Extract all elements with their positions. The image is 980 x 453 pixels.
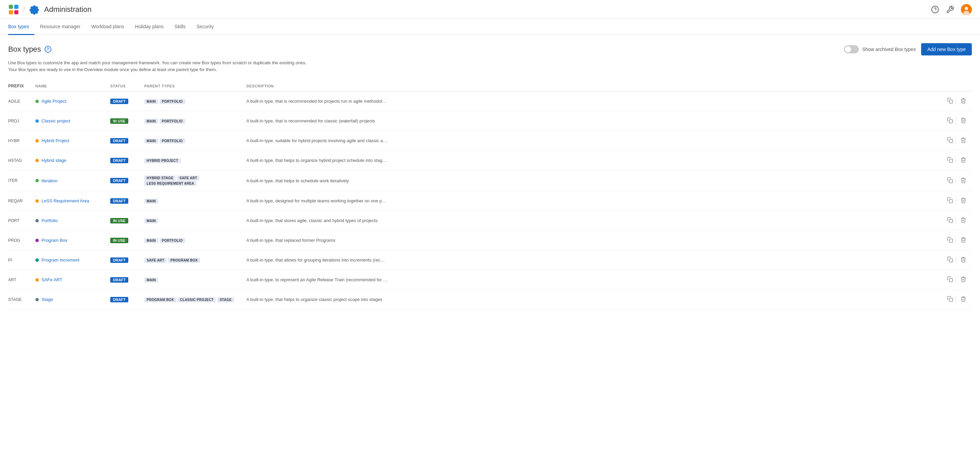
cell-prefix: PI	[8, 250, 35, 270]
description-text: A built-in type, that helps to schedule …	[247, 178, 349, 183]
header-right	[931, 4, 972, 15]
delete-button[interactable]	[959, 235, 968, 245]
cell-name: LeSS Requirement Area	[35, 191, 110, 211]
description-text: A built-in type, that replaced former Pr…	[247, 238, 336, 243]
copy-button[interactable]	[946, 235, 955, 245]
status-badge: IN USE	[110, 238, 128, 243]
copy-button[interactable]	[946, 96, 955, 106]
cell-description: A built-in type, suitable for hybrid pro…	[247, 131, 944, 151]
cell-prefix: HSTAG	[8, 151, 35, 170]
app-logo-icon[interactable]	[8, 4, 19, 15]
delete-button[interactable]	[959, 116, 968, 126]
tab-skills[interactable]: Skills	[169, 19, 191, 35]
delete-button[interactable]	[959, 96, 968, 106]
box-type-name-link[interactable]: Agile Project	[35, 99, 106, 104]
help-icon[interactable]	[931, 5, 939, 14]
copy-button[interactable]	[946, 136, 955, 146]
delete-button[interactable]	[959, 294, 968, 304]
table-header-row: PREFIX NAME STATUS PARENT TYPES DESCRIPT…	[8, 81, 972, 92]
cell-status: DRAFT	[110, 191, 144, 211]
box-type-name-link[interactable]: Program Box	[35, 238, 106, 243]
box-type-name-link[interactable]: Portfolio	[35, 218, 106, 223]
tab-holiday-plans[interactable]: Holiday plans	[130, 19, 169, 35]
svg-rect-2	[9, 10, 13, 14]
status-badge: DRAFT	[110, 277, 128, 283]
cell-name: Portfolio	[35, 211, 110, 230]
box-type-name-link[interactable]: Program Increment	[35, 257, 106, 262]
delete-button[interactable]	[959, 136, 968, 146]
parent-tag: STAGE	[217, 297, 234, 302]
cell-description: A built-in type, that is recommended for…	[247, 92, 944, 111]
cell-actions	[944, 131, 972, 151]
delete-button[interactable]	[959, 255, 968, 265]
action-divider	[956, 296, 956, 304]
cell-status: IN USE	[110, 211, 144, 230]
status-dot	[35, 239, 39, 242]
copy-button[interactable]	[946, 196, 955, 206]
cell-parent-types: MAIN	[144, 270, 247, 290]
table-row: PORTPortfolioIN USEMAINA built-in type, …	[8, 211, 972, 230]
tab-workload-plans[interactable]: Workload plans	[86, 19, 130, 35]
add-new-box-type-button[interactable]: Add new Box type	[921, 43, 972, 56]
cell-actions	[944, 250, 972, 270]
status-badge: DRAFT	[110, 257, 128, 263]
tab-resource-manager[interactable]: Resource manager	[34, 19, 86, 35]
cell-parent-types: MAINPORTFOLIO	[144, 111, 247, 131]
copy-button[interactable]	[946, 116, 955, 126]
col-header-prefix: PREFIX	[8, 81, 35, 92]
delete-button[interactable]	[959, 176, 968, 186]
delete-button[interactable]	[959, 216, 968, 226]
status-badge: DRAFT	[110, 297, 128, 302]
parent-tag: MAIN	[144, 99, 158, 104]
cell-description: A built-in type, that allows for groupin…	[247, 250, 944, 270]
tab-security[interactable]: Security	[191, 19, 220, 35]
copy-button[interactable]	[946, 255, 955, 265]
page-title-row: Box types ?	[8, 45, 51, 54]
status-badge: DRAFT	[110, 178, 128, 183]
col-header-actions	[944, 81, 972, 92]
copy-button[interactable]	[946, 294, 955, 304]
col-header-description: DESCRIPTION	[247, 81, 944, 92]
copy-button[interactable]	[946, 176, 955, 186]
box-type-name-link[interactable]: Iteration	[35, 178, 106, 183]
box-type-name-link[interactable]: Hybrid Project	[35, 138, 106, 143]
copy-button[interactable]	[946, 275, 955, 285]
box-type-name-link[interactable]: LeSS Requirement Area	[35, 198, 106, 203]
action-divider	[956, 156, 956, 165]
cell-status: DRAFT	[110, 131, 144, 151]
copy-button[interactable]	[946, 156, 955, 165]
box-type-name-link[interactable]: Classic project	[35, 118, 106, 124]
box-type-name-link[interactable]: SAFe ART	[35, 277, 106, 282]
description-text: A built-in type, that helps to organize …	[247, 158, 387, 163]
tab-box-types[interactable]: Box types	[8, 19, 34, 35]
cell-actions	[944, 290, 972, 310]
delete-button[interactable]	[959, 275, 968, 285]
copy-button[interactable]	[946, 216, 955, 226]
svg-point-7	[965, 7, 968, 10]
status-badge: IN USE	[110, 118, 128, 124]
header: / Administration	[0, 0, 980, 19]
parent-tag: PORTFOLIO	[159, 99, 185, 104]
avatar[interactable]	[961, 4, 972, 15]
delete-button[interactable]	[959, 196, 968, 206]
cell-description: A built-in type, that stores agile, clas…	[247, 211, 944, 230]
action-divider	[956, 137, 956, 145]
parent-tag: PROGRAM BOX	[168, 258, 200, 263]
wrench-icon[interactable]	[946, 5, 954, 14]
cell-name: Stage	[35, 290, 110, 310]
cell-parent-types: HYBRID PROJECT	[144, 151, 247, 170]
box-type-name-link[interactable]: Hybrid stage	[35, 158, 106, 163]
delete-button[interactable]	[959, 156, 968, 165]
cell-actions	[944, 230, 972, 250]
box-type-name-link[interactable]: Stage	[35, 297, 106, 302]
cell-actions	[944, 211, 972, 230]
show-archived-row: Show archived Box types	[844, 45, 916, 53]
show-archived-toggle[interactable]	[844, 45, 859, 53]
table-row: PROGProgram BoxIN USEMAINPORTFOLIOA buil…	[8, 230, 972, 250]
action-divider	[956, 176, 956, 185]
cell-name: Hybrid Project	[35, 131, 110, 151]
box-types-help-icon[interactable]: ?	[45, 46, 51, 53]
status-dot	[35, 179, 39, 182]
parent-tag: HYBRID STAGE	[144, 175, 176, 181]
show-archived-label: Show archived Box types	[862, 46, 916, 52]
